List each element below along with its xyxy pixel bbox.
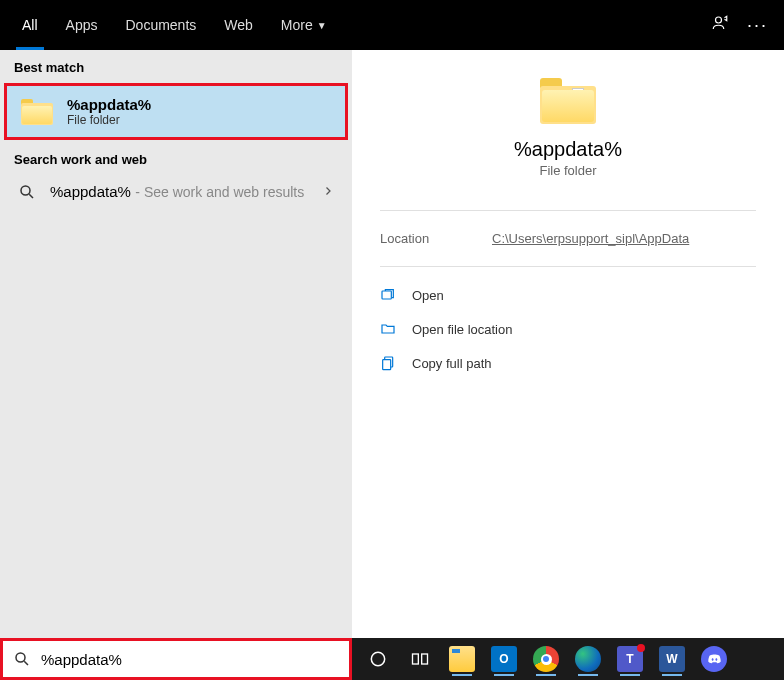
svg-point-8 — [371, 652, 384, 665]
web-result-row[interactable]: %appdata% - See work and web results — [0, 173, 352, 211]
chevron-right-icon — [322, 183, 334, 201]
svg-point-1 — [21, 186, 30, 195]
chevron-down-icon: ▼ — [317, 20, 327, 31]
best-match-result[interactable]: %appdata% File folder — [4, 83, 348, 140]
outlook-icon[interactable]: O — [488, 643, 520, 675]
svg-rect-3 — [382, 291, 391, 299]
search-icon — [18, 183, 36, 201]
tab-label: Documents — [125, 17, 196, 33]
folder-icon — [21, 99, 53, 125]
preview-subtitle: File folder — [352, 163, 784, 178]
web-result-hint: - See work and web results — [135, 184, 304, 200]
preview-header: %appdata% File folder — [352, 50, 784, 192]
teams-icon[interactable]: T — [614, 643, 646, 675]
results-column: Best match %appdata% File folder Search … — [0, 50, 352, 638]
tab-label: All — [22, 17, 38, 33]
best-match-header: Best match — [0, 50, 352, 81]
action-copy-path[interactable]: Copy full path — [380, 349, 756, 377]
tab-list: All Apps Documents Web More▼ — [8, 0, 341, 50]
action-open-location[interactable]: Open file location — [380, 315, 756, 343]
tab-web[interactable]: Web — [210, 0, 267, 50]
word-icon[interactable]: W — [656, 643, 688, 675]
tab-apps[interactable]: Apps — [52, 0, 112, 50]
svg-rect-5 — [383, 360, 391, 370]
open-icon — [380, 287, 396, 303]
location-label: Location — [380, 231, 452, 246]
folder-open-icon — [380, 321, 396, 337]
svg-line-7 — [24, 661, 28, 665]
more-options-icon[interactable]: ··· — [747, 15, 768, 36]
tab-documents[interactable]: Documents — [111, 0, 210, 50]
best-match-title: %appdata% — [67, 96, 151, 113]
location-row: Location C:\Users\erpsupport_sipl\AppDat… — [352, 211, 784, 266]
best-match-text: %appdata% File folder — [67, 96, 151, 127]
action-label: Copy full path — [412, 356, 492, 371]
preview-title: %appdata% — [352, 138, 784, 161]
task-view-icon[interactable] — [404, 643, 436, 675]
web-result-query: %appdata% — [50, 183, 131, 200]
search-tabs: All Apps Documents Web More▼ ··· — [0, 0, 784, 50]
search-icon — [13, 650, 31, 668]
action-label: Open file location — [412, 322, 512, 337]
search-web-header: Search work and web — [0, 142, 352, 173]
tab-label: Apps — [66, 17, 98, 33]
action-label: Open — [412, 288, 444, 303]
tab-all[interactable]: All — [8, 0, 52, 50]
action-list: Open Open file location Copy full path — [352, 267, 784, 391]
top-right-controls: ··· — [711, 14, 776, 36]
search-box[interactable] — [0, 638, 352, 680]
edge-icon[interactable] — [572, 643, 604, 675]
svg-point-6 — [16, 653, 25, 662]
svg-line-2 — [29, 194, 33, 198]
discord-icon[interactable] — [698, 643, 730, 675]
chrome-icon[interactable] — [530, 643, 562, 675]
tab-label: Web — [224, 17, 253, 33]
cortana-icon[interactable] — [362, 643, 394, 675]
best-match-subtitle: File folder — [67, 113, 151, 127]
bottom-bar: O T W — [0, 638, 784, 680]
search-input[interactable] — [41, 651, 339, 668]
svg-point-0 — [715, 17, 721, 23]
main-panel: Best match %appdata% File folder Search … — [0, 50, 784, 638]
copy-icon — [380, 355, 396, 371]
preview-column: %appdata% File folder Location C:\Users\… — [352, 50, 784, 638]
folder-icon — [540, 78, 596, 124]
tab-label: More — [281, 17, 313, 33]
taskbar: O T W — [352, 638, 784, 680]
svg-rect-9 — [413, 654, 419, 664]
svg-rect-10 — [422, 654, 428, 664]
file-explorer-icon[interactable] — [446, 643, 478, 675]
feedback-icon[interactable] — [711, 14, 729, 36]
action-open[interactable]: Open — [380, 281, 756, 309]
location-path[interactable]: C:\Users\erpsupport_sipl\AppData — [492, 231, 689, 246]
tab-more[interactable]: More▼ — [267, 0, 341, 50]
